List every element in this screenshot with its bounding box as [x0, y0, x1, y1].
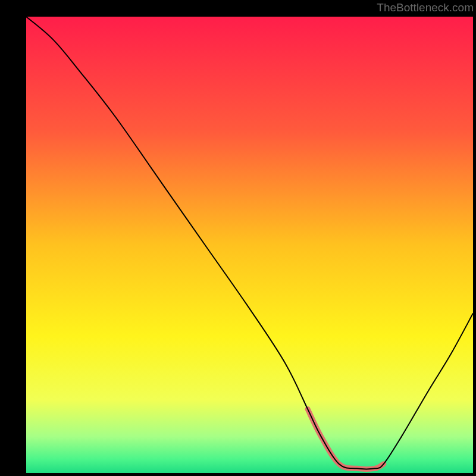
- chart-container: { "watermark": "TheBottleneck.com", "cha…: [0, 0, 476, 476]
- plot-background: [26, 17, 473, 473]
- watermark-text: TheBottleneck.com: [377, 1, 474, 14]
- bottleneck-chart: [0, 0, 476, 476]
